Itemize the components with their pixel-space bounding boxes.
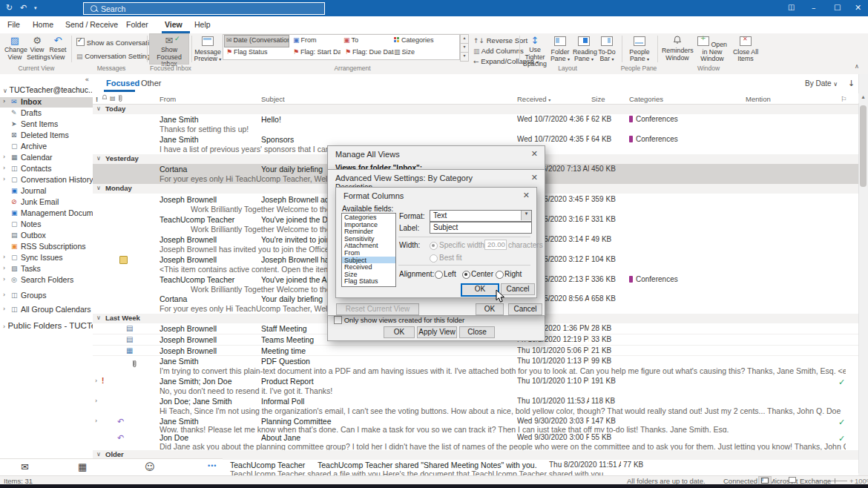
sidebar-item-search-folders[interactable]: ›◎Search Folders <box>0 275 93 286</box>
people-pane-button[interactable]: People Pane ▾ <box>625 34 654 64</box>
collapse-ribbon-icon[interactable]: ∧ <box>855 63 859 70</box>
sidebar-item-inbox[interactable]: ›✉Inbox <box>0 97 93 108</box>
label-input[interactable]: Subject <box>430 222 532 234</box>
col-mention[interactable]: Mention <box>746 95 771 103</box>
folder-pane-button[interactable]: Folder Pane ▾ <box>549 34 571 64</box>
apply-view-button[interactable]: Apply View <box>417 326 457 338</box>
tab-help[interactable]: Help <box>194 20 211 29</box>
category-tag[interactable]: Conferences <box>629 115 678 123</box>
reset-current-view-button[interactable]: Reset Current View <box>336 303 419 315</box>
col-received[interactable]: Received ▾ <box>517 95 550 103</box>
scroll-up-icon[interactable]: ▴ <box>858 93 868 103</box>
close-icon[interactable]: ✕ <box>531 149 538 159</box>
message-row[interactable]: › ↶ Jane Smith Planning Committee Wed 9/… <box>93 416 858 433</box>
chevron-down-icon[interactable]: ▾ <box>521 211 531 220</box>
people-nav-icon[interactable]: ☺ <box>145 461 155 472</box>
tab-other[interactable]: Other <box>141 79 162 88</box>
col-item-type-icon[interactable]: ▤ <box>110 95 116 102</box>
col-reminder-bell-icon[interactable] <box>102 94 108 102</box>
mail-nav-icon[interactable]: ✉ <box>21 461 29 472</box>
message-row[interactable]: ↶ Jon Doe About Jane Wed 9/30/2020 3:00 … <box>93 432 858 451</box>
close-button[interactable]: Close <box>459 326 495 338</box>
minimize-icon[interactable]: – <box>812 3 816 13</box>
tab-send-receive[interactable]: Send / Receive <box>65 20 118 29</box>
field-option[interactable]: Received <box>342 263 395 271</box>
col-categories[interactable]: Categories <box>629 95 663 103</box>
arrangement-categories[interactable]: Categories <box>392 36 456 47</box>
col-flag-icon[interactable]: ⚐ <box>841 95 847 103</box>
best-fit-radio[interactable] <box>430 254 438 263</box>
sidebar-item-sent[interactable]: ➤Sent Items <box>0 119 93 130</box>
zoom-slider[interactable] <box>823 481 847 481</box>
message-row[interactable]: Jane Smith PDF Question Thu 10/1/2020 1:… <box>93 356 858 377</box>
close-all-items-button[interactable]: ✕ Close All Items <box>731 34 760 64</box>
field-option[interactable]: Size <box>342 271 395 278</box>
reading-pane-button[interactable]: Reading Pane ▾ <box>573 34 595 64</box>
open-in-new-window-button[interactable]: + Open in New Window <box>696 34 729 64</box>
sidebar-item-outbox[interactable]: ▤Outbox <box>0 231 93 241</box>
expand-conversation-icon[interactable]: › <box>95 418 97 424</box>
field-option[interactable]: From <box>342 249 395 257</box>
message-row[interactable]: › Jon Doe; Jane Smith Informal Poll Thu … <box>93 396 858 417</box>
conversation-settings-button[interactable]: ▤ Conversation Settings ▾ <box>76 52 158 60</box>
align-left-radio[interactable] <box>435 271 443 279</box>
arrangement-date-conversations[interactable]: ✉Date (Conversations) <box>225 36 289 47</box>
group-header-today[interactable]: ∨Today <box>93 105 858 114</box>
sidebar-item-contacts[interactable]: ›◫Contacts <box>0 164 93 174</box>
account-header[interactable]: ∨ TUCTeacher@teachuc... <box>3 85 92 94</box>
sidebar-item-archive[interactable]: ▢Archive <box>0 142 93 152</box>
view-settings-button[interactable]: ⚙ View Settings <box>27 34 47 64</box>
sidebar-item-deleted[interactable]: ⊠Deleted Items <box>0 131 93 141</box>
only-show-views-checkbox[interactable]: Only show views created for this folder <box>334 316 464 324</box>
align-right-radio[interactable] <box>496 271 504 279</box>
tab-focused[interactable]: Focused <box>106 79 139 88</box>
ok-button[interactable]: OK <box>461 283 499 297</box>
gallery-up-icon[interactable]: ▴ <box>460 34 469 44</box>
arrangement-flag-status[interactable]: ⚑Flag Status <box>225 47 289 59</box>
expand-conversation-icon[interactable]: › <box>95 377 97 384</box>
close-icon[interactable]: ✕ <box>531 173 538 182</box>
field-option[interactable]: Reminder <box>342 228 395 235</box>
gallery-down-icon[interactable]: ▾ <box>460 44 469 53</box>
message-row[interactable]: › ! Jane Smith; Jon Doe Product Report T… <box>93 376 858 397</box>
align-center-radio[interactable] <box>462 271 470 279</box>
col-importance[interactable]: ! <box>96 95 98 103</box>
tab-folder[interactable]: Folder <box>126 20 148 29</box>
cancel-button[interactable]: Cancel <box>501 283 535 295</box>
collapse-folder-pane-icon[interactable]: « <box>85 76 89 83</box>
message-row[interactable]: ▦ Joseph Brownell Meeting time Thu 10/1/… <box>93 346 858 356</box>
category-tag[interactable]: Conferences <box>629 275 678 283</box>
ok-button[interactable]: OK <box>384 326 415 338</box>
specific-width-radio[interactable] <box>430 242 438 250</box>
sidebar-item-notes[interactable]: ▢Notes <box>0 220 93 230</box>
sidebar-item-public-folders[interactable]: › Public Folders - TUCTe... <box>3 321 103 330</box>
message-preview-button[interactable]: Message Preview ▾ <box>194 34 222 64</box>
close-icon[interactable]: ✕ <box>855 3 861 13</box>
reading-view-button[interactable] <box>786 476 798 484</box>
sidebar-item-conversation-history[interactable]: ›▢Conversation History <box>0 175 93 185</box>
gallery-more-icon[interactable]: ▾ <box>460 53 469 62</box>
expand-conversation-icon[interactable]: › <box>95 398 97 404</box>
field-option[interactable]: Categories <box>342 214 395 221</box>
cancel-button[interactable]: Cancel <box>508 303 542 315</box>
calendar-nav-icon[interactable]: ▦ <box>78 461 87 472</box>
maximize-icon[interactable]: □ <box>834 3 841 11</box>
reminders-window-button[interactable]: Reminders Window <box>662 34 693 64</box>
more-nav-icon[interactable]: ••• <box>208 462 217 469</box>
arrangement-flag-due-date[interactable]: ⚑Flag: Due Date <box>343 47 394 59</box>
field-option-selected[interactable]: Subject <box>342 257 395 264</box>
col-size[interactable]: Size <box>591 95 605 103</box>
field-option[interactable]: Attachment <box>342 242 395 249</box>
sidebar-item-junk[interactable]: ⊘Junk Email <box>0 197 93 208</box>
todo-bar-button[interactable]: To-Do Bar ▾ <box>596 34 617 64</box>
width-input[interactable]: 20.00 <box>484 240 507 250</box>
available-fields-listbox[interactable]: Categories Importance Reminder Sensitivi… <box>341 213 396 287</box>
sidebar-item-sync-issues[interactable]: ›▢Sync Issues <box>0 253 93 263</box>
category-tag[interactable]: Conferences <box>629 135 678 143</box>
quick-access-more-icon[interactable]: ▾ <box>34 5 37 11</box>
reset-view-button[interactable]: ↶ Reset View <box>47 34 68 64</box>
message-row[interactable]: Jane Smith Hello! Wed 10/7/2020 4:36 PM … <box>93 114 858 135</box>
tab-home[interactable]: Home <box>33 20 53 29</box>
sidebar-item-rss[interactable]: ▣RSS Subscriptions <box>0 242 93 252</box>
tab-view[interactable]: View <box>165 20 183 29</box>
